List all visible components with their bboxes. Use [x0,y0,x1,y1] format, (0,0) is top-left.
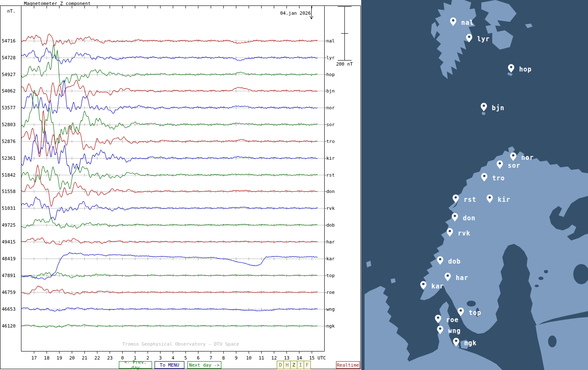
map-pin-don[interactable]: don [452,213,476,222]
component-button-group: DHZIF [277,361,311,369]
x-axis-unit-label: UTC [318,355,326,361]
x-tick-label-6: 6 [197,355,200,361]
map-pin-rst[interactable]: rst [453,195,477,204]
map-pin-label-rst: rst [464,196,476,204]
x-tick-label-14: 14 [297,355,302,361]
footer-credit: Tromso Geophysical Observatory - DTU Spa… [0,342,361,347]
map-pin-label-hop: hop [519,66,532,73]
map-pin-tro[interactable]: tro [481,173,505,182]
trace-lyr [21,48,318,64]
map-pin-label-nor: nor [521,154,534,161]
next-day-button[interactable]: Next day -> [187,361,221,369]
x-tick-label-15: 15 [309,355,315,361]
scalebar-label: 200 nT [331,62,358,67]
station-label-tro: tro [326,139,335,144]
map-pin-label-top: top [469,309,481,317]
y-value-kir: 52361 [2,156,16,161]
finnish-lake [535,285,539,287]
station-label-lyr: lyr [326,55,335,61]
date-label: 04.jan 2026 [280,11,311,16]
x-tick-label-17: 17 [31,355,37,361]
map-pin-ngk[interactable]: ngk [453,338,477,347]
map-pin-label-rvk: rvk [458,230,470,237]
map-pin-label-kar: kar [431,283,444,290]
map-pin-label-bjn: bjn [492,104,504,112]
y-value-har: 49415 [2,239,16,245]
station-label-sor: sor [326,122,335,127]
land-baltics [536,317,588,370]
x-tick-label-20: 20 [69,355,75,361]
station-label-hop: hop [326,72,335,77]
station-label-ngk: ngk [326,323,335,329]
y-value-top: 47891 [2,273,16,278]
trace-dob [21,218,318,229]
station-label-bjn: bjn [326,88,335,94]
map-pin-label-har: har [456,274,468,282]
trace-don [21,165,318,206]
map-pin-top[interactable]: top [458,308,482,317]
realtime-button[interactable]: Realtime [336,361,360,369]
component-button-D[interactable]: D [277,361,284,369]
prev-day-button[interactable]: <- Prev. day [119,361,152,369]
x-tick-label-18: 18 [44,355,50,361]
map-pin-wng[interactable]: wng [437,326,461,335]
y-value-nal: 54716 [2,38,16,44]
map-pin-label-wng: wng [448,327,461,335]
x-tick-label-23: 23 [107,355,113,361]
component-button-F[interactable]: F [304,361,311,369]
y-value-lyr: 54728 [2,55,16,61]
trace-roe [21,286,318,295]
x-tick-label-4: 4 [172,355,175,361]
finnish-lake [544,270,548,273]
y-value-bjn: 54062 [2,88,16,94]
x-tick-label-3: 3 [159,355,162,361]
finnish-lake [538,277,543,280]
station-label-don: don [326,189,335,194]
map-pin-nor[interactable]: nor [510,153,534,162]
x-tick-label-9: 9 [235,355,238,361]
station-label-har: har [326,239,335,245]
to-menu-button[interactable]: To MENU [155,361,184,369]
gulf-of-riga [548,336,556,347]
map-pin-har[interactable]: har [445,273,469,282]
scalebar [338,7,352,61]
map-pin-label-tro: tro [492,174,505,182]
map-pin-kir[interactable]: kir [487,195,511,204]
trace-hop [21,45,318,85]
y-value-hop: 54927 [2,72,16,77]
map-pin-roe[interactable]: roe [435,315,459,324]
map-pin-label-kir: kir [498,196,510,204]
station-label-roe: roe [326,290,335,295]
x-tick-label-10: 10 [246,355,252,361]
trace-kir [21,131,318,174]
station-label-wng: wng [326,307,335,312]
map-pin-lyr[interactable]: lyr [466,34,490,43]
map-pin-bjn[interactable]: bjn [481,103,505,112]
panel-border [0,6,361,369]
station-label-nal: nal [326,38,335,44]
station-label-nor: nor [326,105,335,111]
map-pin-rvk[interactable]: rvk [447,228,471,238]
map-pin-label-don: don [463,214,475,222]
x-tick-label-19: 19 [57,355,62,361]
map-pin-nal[interactable]: nal [450,18,474,27]
map-pin-kar[interactable]: kar [420,281,444,291]
map-pin-hop[interactable]: hop [508,64,532,74]
component-button-H[interactable]: H [284,361,291,369]
station-label-top: top [326,273,335,278]
y-value-dob: 49725 [2,222,16,228]
map-pin-sor[interactable]: sor [497,161,521,170]
map-pin-label-dob: dob [448,258,461,265]
trace-tro [21,111,318,157]
y-value-nor: 53577 [2,105,16,111]
station-label-kar: kar [326,256,335,262]
component-button-I[interactable]: I [297,361,304,369]
x-tick-label-11: 11 [259,355,264,361]
stackplot-canvas: 54716nal54728lyr54927hop54062bjn53577nor… [0,0,361,370]
x-tick-label-22: 22 [94,355,100,361]
x-tick-label-5: 5 [184,355,187,361]
map-pin-label-ngk: ngk [464,339,477,347]
x-tick-label-21: 21 [82,355,87,361]
component-button-Z[interactable]: Z [290,361,297,369]
map-pin-dob[interactable]: dob [437,256,461,266]
